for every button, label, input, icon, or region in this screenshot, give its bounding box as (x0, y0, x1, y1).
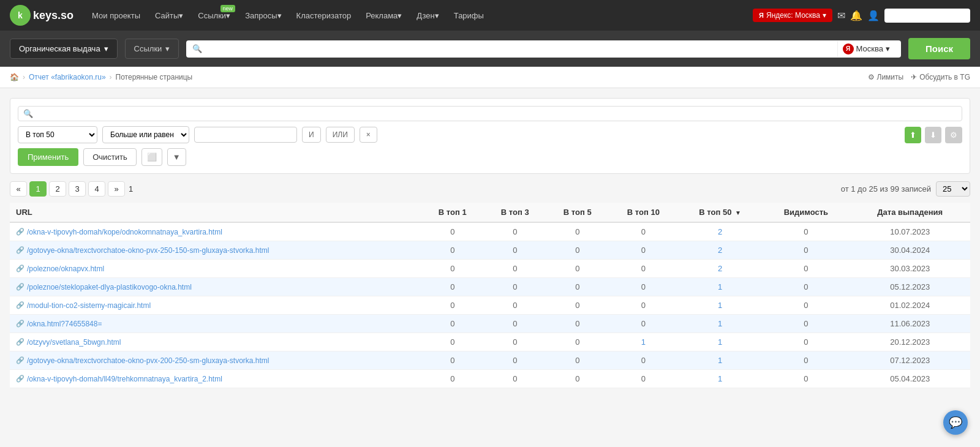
links-btn[interactable]: Ссылки ▾ (125, 39, 179, 59)
main-content: 🔍 В топ 50 Больше или равен И ИЛИ × ⬆ ⬇ … (0, 88, 980, 398)
filter-and-btn[interactable]: И (302, 127, 321, 143)
apply-btn[interactable]: Применить (18, 148, 78, 166)
nav-clusterizer[interactable]: Кластеризатор (290, 0, 358, 31)
top50-value: 2 (718, 246, 722, 255)
url-cell: 🔗/otzyvy/svetlana_5bwgn.html (10, 333, 421, 351)
url-link[interactable]: /okna-v-tipovyh-domah/kope/odnokomnatnay… (27, 228, 222, 236)
logo[interactable]: k keys.so (10, 5, 74, 26)
page-1-btn[interactable]: 1 (29, 181, 47, 197)
page-ellipsis: 1 (127, 184, 134, 193)
filter-dropdown1[interactable]: В топ 50 (18, 126, 97, 143)
nav-queries[interactable]: Запросы ▾ (239, 0, 287, 31)
cell-top5: 0 (546, 315, 609, 333)
nav-ads[interactable]: Реклама ▾ (360, 0, 408, 31)
url-link[interactable]: /okna.html?74655848= (27, 320, 102, 328)
cell-top5: 0 (546, 241, 609, 260)
nav-dzen[interactable]: Дзен ▾ (410, 0, 445, 31)
cell-top3: 0 (484, 333, 546, 351)
url-link[interactable]: /poleznoe/steklopaket-dlya-plastikovogo-… (27, 283, 192, 291)
cell-top1: 0 (421, 241, 484, 260)
cell-top10: 0 (609, 296, 678, 315)
url-cell: 🔗/modul-tion-co2-sistemy-magicair.html (10, 296, 421, 315)
per-page-select[interactable]: 25 50 100 (936, 181, 970, 197)
cell-date: 05.04.2023 (850, 370, 970, 388)
table-row: 🔗/okna-v-tipovyh-domah/kope/odnokomnatna… (10, 222, 970, 241)
col-top50[interactable]: В топ 50 ▼ (678, 203, 762, 222)
search-button[interactable]: Поиск (908, 38, 970, 59)
cell-top10: 0 (609, 260, 678, 278)
page-2-btn[interactable]: 2 (49, 181, 66, 197)
link-icon: 🔗 (16, 301, 24, 309)
table-header: URL В топ 1 В топ 3 В топ 5 В топ 10 В т… (10, 203, 970, 222)
filter-dropdown2[interactable]: Больше или равен (102, 126, 189, 143)
export-btn[interactable]: ⬆ (905, 127, 921, 143)
data-table: URL В топ 1 В топ 3 В топ 5 В топ 10 В т… (10, 203, 970, 388)
col-visibility[interactable]: Видимость (762, 203, 850, 222)
filter-right-btns: ⬆ ⬇ ⚙ (905, 127, 962, 143)
page-prev-btn[interactable]: « (10, 181, 27, 197)
filter-icon-btn2[interactable]: ▼ (167, 148, 186, 166)
url-link[interactable]: /modul-tion-co2-sistemy-magicair.html (27, 301, 151, 310)
nav-links[interactable]: Ссылки ▾ new (192, 0, 236, 31)
filter-icon: ⚙ (868, 73, 875, 81)
cell-visibility: 0 (762, 351, 850, 370)
col-top10[interactable]: В топ 10 (609, 203, 678, 222)
url-cell: 🔗/poleznoe/oknapvx.html (10, 260, 421, 278)
yandex-region-btn[interactable]: Я Яндекс: Москва ▾ (753, 9, 832, 22)
link-icon: 🔗 (16, 283, 24, 291)
page-3-btn[interactable]: 3 (69, 181, 86, 197)
url-link[interactable]: /okna-v-tipovyh-domah/ll49/trehkomnatnay… (27, 375, 222, 383)
col-top3[interactable]: В топ 3 (484, 203, 546, 222)
url-cell: 🔗/okna-v-tipovyh-domah/ll49/trehkomnatna… (10, 370, 421, 388)
pagination-info: от 1 до 25 из 99 записей (841, 184, 931, 193)
clear-btn[interactable]: Очистить (83, 148, 137, 166)
user-icon[interactable]: 👤 (867, 10, 880, 21)
filter-icon-btn1[interactable]: ⬜ (141, 148, 162, 166)
top-search-input[interactable] (884, 9, 970, 23)
col-top1[interactable]: В топ 1 (421, 203, 484, 222)
cell-visibility: 0 (762, 370, 850, 388)
cell-top10: 0 (609, 222, 678, 241)
breadcrumb-report-link[interactable]: Отчет «fabrikaokon.ru» (29, 73, 106, 81)
filter-bar: 🔍 В топ 50 Больше или равен И ИЛИ × ⬆ ⬇ … (10, 98, 970, 174)
col-date[interactable]: Дата выпадения (850, 203, 970, 222)
filter-or-btn[interactable]: ИЛИ (326, 127, 355, 143)
limits-btn[interactable]: ⚙ Лимиты (868, 73, 904, 81)
bell-icon[interactable]: 🔔 (850, 10, 862, 21)
page-4-btn[interactable]: 4 (88, 181, 105, 197)
domain-search-input[interactable]: fabrikaokon.ru (205, 40, 837, 58)
cell-top50: 1 (678, 351, 762, 370)
url-link[interactable]: /poleznoe/oknapvx.html (27, 265, 104, 273)
region-badge[interactable]: Я Москва ▾ (837, 41, 895, 57)
col-url[interactable]: URL (10, 203, 421, 222)
discuss-btn[interactable]: ✈ Обсудить в TG (911, 73, 970, 81)
cell-top3: 0 (484, 296, 546, 315)
page-next-btn[interactable]: » (108, 181, 125, 197)
filter-clear-row-btn[interactable]: × (360, 127, 377, 143)
filter-search-wrap: 🔍 (18, 106, 962, 121)
cell-top10: 0 (609, 315, 678, 333)
filter-search-input[interactable] (36, 109, 957, 118)
organic-btn[interactable]: Органическая выдача ▾ (10, 39, 118, 59)
mail-icon[interactable]: ✉ (837, 10, 845, 21)
settings-btn[interactable]: ⚙ (945, 127, 962, 143)
cell-date: 11.06.2023 (850, 315, 970, 333)
link-icon: 🔗 (16, 375, 24, 383)
nav-tariffs[interactable]: Тарифы (448, 0, 490, 31)
nav-my-projects[interactable]: Мои проекты (86, 0, 146, 31)
top-navigation: k keys.so Мои проекты Сайты ▾ Ссылки ▾ n… (0, 0, 980, 31)
table-row: 🔗/gotovye-okna/trexctvorchatoe-okno-pvx-… (10, 241, 970, 260)
url-link[interactable]: /gotovye-okna/trexctvorchatoe-okno-pvx-2… (27, 246, 270, 255)
url-link[interactable]: /gotovye-okna/trexctvorchatoe-okno-pvx-2… (27, 356, 270, 365)
table-row: 🔗/poleznoe/steklopaket-dlya-plastikovogo… (10, 278, 970, 296)
url-link[interactable]: /otzyvy/svetlana_5bwgn.html (27, 338, 121, 347)
col-top5[interactable]: В топ 5 (546, 203, 609, 222)
nav-sites[interactable]: Сайты ▾ (149, 0, 189, 31)
download-btn[interactable]: ⬇ (925, 127, 941, 143)
cell-top5: 0 (546, 333, 609, 351)
top10-value: 1 (641, 337, 646, 347)
home-icon[interactable]: 🏠 (10, 73, 19, 81)
search-bar: Органическая выдача ▾ Ссылки ▾ 🔍 fabrika… (0, 31, 980, 67)
cell-top3: 0 (484, 241, 546, 260)
filter-value-input[interactable] (194, 127, 297, 143)
